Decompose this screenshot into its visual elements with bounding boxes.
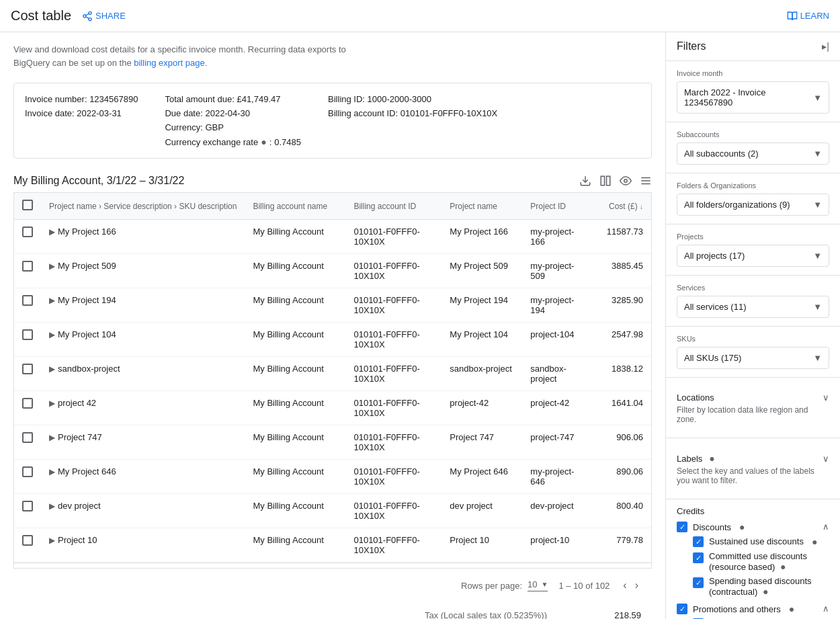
row-billing-id-3: 010101-F0FFF0-10X10X [345, 323, 442, 357]
learn-link[interactable]: LEARN [787, 11, 829, 22]
spending-based-help-icon[interactable]: ● [763, 586, 768, 597]
filter-locations: Locations ∨ Filter by location data like… [666, 378, 840, 438]
projects-select[interactable]: All projects (17) ▼ [677, 245, 829, 267]
table-row: ▶sandbox-project My Billing Account 0101… [14, 357, 651, 391]
row-expand-0[interactable]: ▶ [49, 227, 55, 237]
row-expand-4[interactable]: ▶ [49, 364, 55, 374]
row-project-name-3: My Project 104 [442, 323, 522, 357]
folders-select[interactable]: All folders/organizations (9) ▼ [677, 194, 829, 216]
pagination-prev[interactable]: ‹ [620, 577, 629, 594]
rows-per-page-label: Rows per page: [461, 581, 522, 591]
row-expand-3[interactable]: ▶ [49, 330, 55, 339]
row-expand-9[interactable]: ▶ [49, 536, 55, 545]
discounts-help-icon[interactable]: ● [739, 522, 745, 532]
sustained-use-help-icon[interactable]: ● [812, 536, 817, 547]
row-billing-name-6: My Billing Account [245, 425, 345, 460]
row-expand-1[interactable]: ▶ [49, 261, 55, 271]
total-due-label: Total amount due: [165, 94, 234, 104]
locations-label: Locations [677, 393, 714, 403]
promotions-help-icon[interactable]: ● [789, 604, 794, 614]
density-icon[interactable] [640, 175, 652, 187]
row-billing-name-0: My Billing Account [245, 220, 345, 254]
columns-icon[interactable] [599, 175, 612, 187]
row-billing-id-4: 010101-F0FFF0-10X10X [345, 357, 442, 391]
subaccounts-arrow: ▼ [813, 149, 822, 159]
row-project-name-5: project-42 [442, 391, 522, 425]
promotions-checkbox[interactable] [677, 604, 687, 614]
row-project-4: ▶sandbox-project [41, 357, 245, 391]
row-expand-6[interactable]: ▶ [49, 433, 55, 442]
promotions-expand-icon[interactable]: ∧ [823, 604, 829, 614]
row-checkbox-0[interactable] [22, 226, 33, 237]
table-row: ▶project 42 My Billing Account 010101-F0… [14, 391, 651, 425]
filter-skus: SKUs All SKUs (175) ▼ [666, 327, 840, 378]
svg-line-4 [86, 13, 89, 15]
spending-based-checkbox[interactable] [693, 577, 704, 588]
rows-per-page-select[interactable]: 10 ▼ [528, 579, 548, 591]
labels-expandable[interactable]: Labels ● ∨ [677, 446, 829, 466]
download-icon[interactable] [579, 175, 591, 187]
row-expand-2[interactable]: ▶ [49, 296, 55, 305]
row-checkbox-7[interactable] [22, 466, 33, 477]
col-header-project-name: Project name [442, 193, 522, 220]
row-billing-id-9: 010101-F0FFF0-10X10X [345, 528, 442, 563]
locations-expandable[interactable]: Locations ∨ [677, 386, 829, 405]
col-header-billing-id: Billing account ID [345, 193, 442, 220]
svg-point-1 [83, 15, 86, 17]
row-cost-9: 779.78 [591, 528, 651, 563]
credits-section: Credits Discounts ● ∧ Sustained use disc… [666, 499, 840, 619]
row-checkbox-2[interactable] [22, 295, 33, 306]
subaccounts-select[interactable]: All subaccounts (2) ▼ [677, 142, 829, 165]
row-expand-7[interactable]: ▶ [49, 467, 55, 477]
svg-line-3 [86, 17, 89, 19]
filter-folders-label: Folders & Organizations [677, 181, 829, 190]
row-checkbox-9[interactable] [22, 535, 33, 546]
horizontal-scrollbar[interactable] [13, 563, 652, 569]
row-checkbox-8[interactable] [22, 501, 33, 511]
view-icon[interactable] [620, 175, 632, 187]
row-billing-id-2: 010101-F0FFF0-10X10X [345, 288, 442, 323]
col-header-cost[interactable]: Cost (£) ↓ [591, 193, 651, 220]
row-checkbox-4[interactable] [22, 364, 33, 374]
row-checkbox-6[interactable] [22, 432, 33, 443]
sidebar-collapse-icon[interactable]: ▸| [822, 41, 829, 52]
exchange-rate-value: 0.7485 [274, 137, 301, 147]
select-all-checkbox[interactable] [22, 200, 33, 210]
billing-export-link[interactable]: billing export page [134, 58, 205, 68]
invoice-month-select[interactable]: March 2022 - Invoice 1234567890 ▼ [677, 81, 829, 114]
svg-point-8 [624, 179, 628, 183]
sustained-use-label: Sustained use discounts [709, 536, 804, 546]
labels-help-icon[interactable]: ● [709, 453, 714, 464]
row-billing-name-9: My Billing Account [245, 528, 345, 563]
skus-arrow: ▼ [813, 353, 822, 363]
skus-select[interactable]: All SKUs (175) ▼ [677, 347, 829, 369]
projects-value: All projects (17) [684, 251, 745, 261]
filters-title: Filters [677, 40, 706, 52]
row-checkbox-5[interactable] [22, 398, 33, 409]
services-select[interactable]: All services (11) ▼ [677, 296, 829, 318]
filter-skus-label: SKUs [677, 335, 829, 343]
committed-use-checkbox[interactable] [693, 552, 704, 563]
exchange-rate-help-icon[interactable]: ● [261, 136, 266, 147]
row-checkbox-1[interactable] [22, 261, 33, 272]
discounts-checkbox[interactable] [677, 522, 687, 532]
discounts-expand-icon[interactable]: ∧ [823, 522, 829, 532]
committed-use-help-icon[interactable]: ● [780, 561, 786, 572]
col-header-billing-name: Billing account name [245, 193, 345, 220]
filter-invoice-month-label: Invoice month [677, 69, 829, 77]
services-value: All services (11) [684, 302, 746, 312]
row-cost-0: 11587.73 [591, 220, 651, 254]
svg-point-0 [89, 11, 91, 14]
projects-arrow: ▼ [813, 251, 822, 261]
row-checkbox-3[interactable] [22, 329, 33, 340]
sustained-use-checkbox[interactable] [693, 536, 704, 547]
row-cost-4: 1838.12 [591, 357, 651, 391]
row-billing-name-3: My Billing Account [245, 323, 345, 357]
share-link[interactable]: SHARE [82, 11, 126, 22]
row-billing-name-1: My Billing Account [245, 254, 345, 288]
row-expand-8[interactable]: ▶ [49, 501, 55, 511]
row-expand-5[interactable]: ▶ [49, 399, 55, 408]
pagination-next[interactable]: › [632, 577, 641, 594]
row-project-id-0: my-project-166 [522, 220, 591, 254]
filter-services: Services All services (11) ▼ [666, 276, 840, 327]
